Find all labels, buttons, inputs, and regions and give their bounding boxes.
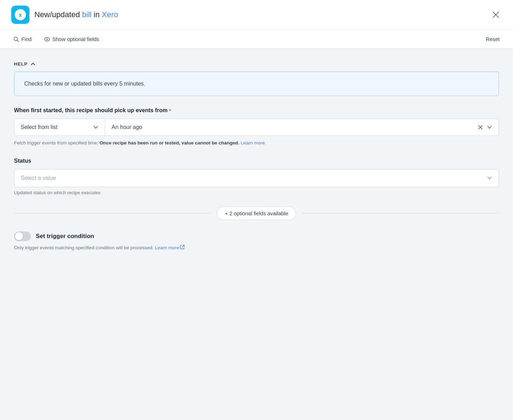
svg-text:x: x	[19, 12, 22, 18]
close-button[interactable]	[490, 9, 502, 21]
xero-logo-icon: x	[11, 6, 29, 24]
trigger-field-row: Select from list An hour ago	[14, 118, 499, 136]
optional-fields-button[interactable]: + 2 optional fields available	[217, 206, 297, 220]
find-label: Find	[21, 36, 32, 42]
help-section: HELP Checks for new or updated bills eve…	[14, 61, 499, 96]
required-indicator: *	[169, 108, 171, 114]
trigger-condition-title: Set trigger condition	[36, 233, 94, 240]
status-chevron-icon	[487, 175, 492, 181]
trigger-condition-helper: Only trigger events matching specified c…	[14, 245, 499, 250]
title-prefix: New/updated	[34, 10, 82, 19]
status-placeholder: Select a value	[21, 175, 56, 181]
external-icon-svg	[180, 245, 185, 249]
main-content: HELP Checks for new or updated bills eve…	[0, 49, 513, 420]
svg-line-10	[182, 245, 184, 247]
svg-point-7	[46, 39, 48, 40]
help-label: HELP	[14, 61, 28, 67]
left-select-value: Select from list	[21, 124, 58, 130]
trigger-from-section: When first started, this recipe should p…	[14, 107, 499, 147]
show-optional-label: Show optional fields	[52, 36, 99, 42]
header-title: New/updated bill in Xero	[34, 10, 118, 19]
status-select[interactable]: Select a value	[14, 169, 499, 187]
trigger-helper-text: Fetch trigger events from specified time…	[14, 140, 499, 147]
header-left: x New/updated bill in Xero	[11, 6, 118, 24]
show-optional-fields-button[interactable]: Show optional fields	[42, 35, 101, 43]
trigger-condition-header: Set trigger condition	[14, 231, 499, 241]
status-label: Status	[14, 158, 499, 164]
value-select-actions	[477, 124, 492, 131]
trigger-learn-more-link[interactable]: Learn more	[155, 245, 179, 250]
helper-bold-text: Once recipe has been run or tested, valu…	[100, 140, 239, 145]
trigger-right-select[interactable]: An hour ago	[105, 118, 499, 136]
optional-fields-divider: + 2 optional fields available	[14, 206, 499, 220]
reset-label: Reset	[486, 36, 500, 42]
chevron-down-icon	[93, 124, 99, 130]
help-description: Checks for new or updated bills every 5 …	[24, 81, 145, 87]
dropdown-chevron-icon	[487, 124, 492, 130]
divider-right	[302, 213, 499, 214]
svg-line-5	[17, 40, 19, 42]
title-bill-link[interactable]: bill	[82, 10, 92, 19]
trigger-helper-text: Only trigger events matching specified c…	[14, 245, 155, 250]
toolbar: Find Show optional fields Reset	[0, 30, 513, 49]
toolbar-left: Find Show optional fields	[11, 35, 101, 43]
chevron-up-icon	[31, 62, 35, 67]
title-brand-link[interactable]: Xero	[102, 10, 118, 19]
trigger-label-text: When first started, this recipe should p…	[14, 107, 167, 114]
helper-normal-text: Fetch trigger events from specified time…	[14, 140, 100, 145]
eye-icon	[44, 36, 50, 42]
trigger-condition-section: Set trigger condition Only trigger event…	[14, 231, 499, 250]
right-select-value: An hour ago	[112, 124, 142, 130]
clear-icon	[478, 124, 483, 130]
optional-fields-label: + 2 optional fields available	[225, 210, 288, 216]
status-section: Status Select a value Updated status on …	[14, 158, 499, 195]
trigger-left-select[interactable]: Select from list	[14, 118, 105, 136]
help-header[interactable]: HELP	[14, 61, 499, 67]
help-box: Checks for new or updated bills every 5 …	[14, 72, 499, 96]
search-icon	[13, 36, 19, 42]
status-helper: Updated status on which recipe executes	[14, 190, 499, 195]
clear-value-button[interactable]	[477, 124, 484, 131]
external-link-icon	[180, 245, 185, 249]
trigger-condition-toggle[interactable]	[14, 231, 31, 241]
find-button[interactable]: Find	[11, 35, 34, 43]
divider-left	[14, 213, 211, 214]
learn-more-link[interactable]: Learn more	[241, 140, 265, 145]
modal-header: x New/updated bill in Xero	[0, 0, 513, 30]
trigger-field-label: When first started, this recipe should p…	[14, 107, 499, 114]
title-middle: in	[92, 10, 102, 19]
close-icon	[492, 11, 500, 19]
reset-button[interactable]: Reset	[484, 35, 502, 43]
